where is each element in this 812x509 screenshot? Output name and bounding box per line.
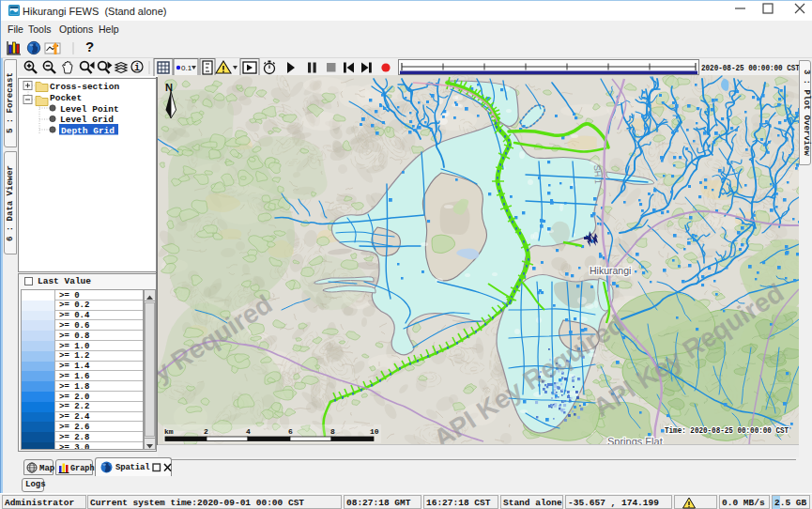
svg-text:6: 6 [288, 427, 293, 436]
svg-text:Depth Grid: Depth Grid [61, 126, 115, 136]
svg-text:Springs Flat: Springs Flat [607, 436, 663, 444]
svg-text:8: 8 [330, 427, 335, 436]
svg-text:Time: 2020-08-25 00:00:00 CST: Time: 2020-08-25 00:00:00 CST [665, 425, 789, 436]
svg-text:km: km [164, 427, 174, 436]
svg-text:Cross-section: Cross-section [50, 82, 119, 92]
svg-text:Hikurangi: Hikurangi [590, 265, 631, 276]
svg-text:N: N [165, 82, 173, 93]
svg-text:10: 10 [370, 427, 379, 436]
svg-text:2: 2 [204, 427, 208, 436]
svg-text:Level Grid: Level Grid [60, 115, 114, 125]
svg-text:Level Point: Level Point [60, 104, 119, 115]
svg-text:SH 1: SH 1 [592, 164, 603, 184]
svg-text:4: 4 [246, 427, 251, 436]
svg-text:0.1: 0.1 [181, 64, 192, 72]
svg-text:i: i [134, 63, 140, 73]
svg-text:Pocket: Pocket [50, 93, 82, 103]
